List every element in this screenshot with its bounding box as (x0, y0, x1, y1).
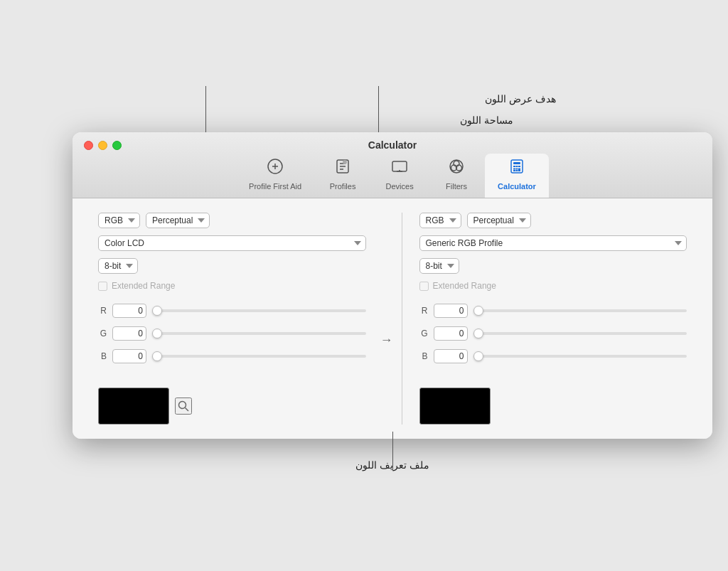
svg-rect-17 (513, 169, 515, 170)
toolbar: Profile First Aid Profiles (236, 154, 549, 198)
svg-rect-20 (513, 170, 515, 171)
left-color-swatch (98, 388, 169, 425)
right-g-slider[interactable] (473, 332, 687, 335)
filters-icon (448, 158, 465, 179)
svg-rect-21 (515, 170, 518, 171)
left-rendering-intent-select[interactable]: Perceptual (146, 213, 210, 228)
left-b-input[interactable] (112, 349, 146, 363)
annotation-color-profile: ملف تعريف اللون (355, 459, 429, 471)
right-panel: RGB Perceptual Generic RGB Profile 8-bit (408, 213, 699, 425)
right-r-slider[interactable] (473, 309, 687, 312)
left-b-slider[interactable] (152, 355, 366, 358)
right-color-model-select[interactable]: RGB (419, 213, 461, 228)
left-controls-row-1: RGB Perceptual (98, 213, 366, 228)
right-sliders: R G B (419, 298, 687, 369)
left-profile-select[interactable]: Color LCD (98, 235, 366, 251)
right-profile-row: Generic RGB Profile (419, 235, 687, 251)
window-controls (84, 141, 122, 150)
tab-filters[interactable]: Filters (428, 154, 485, 198)
left-g-input[interactable] (112, 326, 146, 341)
titlebar: Calculator Profile First Aid (73, 132, 712, 198)
right-b-input[interactable] (434, 349, 468, 363)
left-bit-depth-row: 8-bit (98, 258, 366, 274)
right-extended-range-row: Extended Range (419, 281, 687, 291)
right-b-label: B (419, 351, 428, 361)
tab-profile-first-aid[interactable]: Profile First Aid (236, 154, 314, 198)
tab-devices[interactable]: Devices (371, 154, 428, 198)
window-title: Calculator (368, 139, 417, 151)
left-bit-depth-select[interactable]: 8-bit (98, 258, 138, 274)
tab-profile-first-aid-label: Profile First Aid (249, 182, 301, 191)
left-r-slider[interactable] (152, 309, 366, 312)
svg-rect-15 (515, 166, 518, 167)
left-b-label: B (98, 351, 107, 361)
right-b-slider[interactable] (473, 355, 687, 358)
left-swatch-row (98, 388, 366, 425)
right-b-row: B (419, 349, 687, 363)
left-r-input[interactable] (112, 304, 146, 318)
right-r-input[interactable] (434, 304, 468, 318)
svg-rect-13 (513, 162, 520, 164)
panel-divider (402, 213, 402, 425)
left-sliders: R G B (98, 298, 366, 369)
svg-point-4 (343, 160, 347, 164)
profiles-icon (334, 158, 351, 179)
left-b-row: B (98, 349, 366, 363)
svg-line-23 (186, 408, 189, 412)
right-rendering-intent-select[interactable]: Perceptual (467, 213, 531, 228)
maximize-button[interactable] (112, 141, 122, 150)
svg-rect-16 (518, 166, 520, 167)
annotation-display-target: هدف عرض اللون (485, 93, 556, 105)
tab-devices-label: Devices (386, 182, 414, 191)
right-r-row: R (419, 304, 687, 318)
right-extended-range-label: Extended Range (433, 281, 496, 291)
left-g-row: G (98, 326, 366, 341)
tab-filters-label: Filters (446, 182, 467, 191)
minimize-button[interactable] (98, 141, 107, 150)
right-controls-row-1: RGB Perceptual (419, 213, 687, 228)
svg-rect-18 (515, 169, 518, 170)
content-area: RGB Perceptual Color LCD 8-bit (73, 198, 712, 439)
right-g-row: G (419, 326, 687, 341)
left-extended-range-label: Extended Range (112, 281, 175, 291)
svg-rect-5 (392, 161, 407, 171)
svg-rect-19 (518, 169, 520, 172)
close-button[interactable] (84, 141, 93, 150)
tab-calculator[interactable]: Calculator (485, 154, 549, 198)
tab-profiles[interactable]: Profiles (314, 154, 371, 198)
main-window: Calculator Profile First Aid (73, 132, 712, 439)
annotation-color-space: مساحة اللون (460, 114, 513, 126)
center-arrow: → (378, 255, 396, 425)
left-color-model-select[interactable]: RGB (98, 213, 140, 228)
search-button[interactable] (175, 397, 192, 415)
tab-profiles-label: Profiles (330, 182, 356, 191)
right-g-label: G (419, 329, 428, 338)
right-g-input[interactable] (434, 326, 468, 341)
svg-rect-14 (513, 166, 515, 167)
profile-first-aid-icon (267, 158, 284, 179)
left-g-slider[interactable] (152, 332, 366, 335)
left-r-label: R (98, 306, 107, 316)
tab-calculator-label: Calculator (498, 182, 536, 191)
right-extended-range-checkbox[interactable] (419, 282, 429, 291)
right-bit-depth-select[interactable]: 8-bit (419, 258, 459, 274)
left-extended-range-row: Extended Range (98, 281, 366, 291)
left-extended-range-checkbox[interactable] (98, 282, 107, 291)
devices-icon (391, 158, 408, 179)
left-profile-row: Color LCD (98, 235, 366, 251)
right-bit-depth-row: 8-bit (419, 258, 687, 274)
calculator-icon (508, 158, 525, 179)
left-g-label: G (98, 329, 107, 338)
left-panel: RGB Perceptual Color LCD 8-bit (87, 213, 378, 425)
right-profile-select[interactable]: Generic RGB Profile (419, 235, 687, 251)
right-color-swatch (419, 388, 491, 425)
svg-point-22 (179, 402, 186, 409)
right-swatch-row (419, 388, 687, 425)
left-r-row: R (98, 304, 366, 318)
right-r-label: R (419, 306, 428, 316)
